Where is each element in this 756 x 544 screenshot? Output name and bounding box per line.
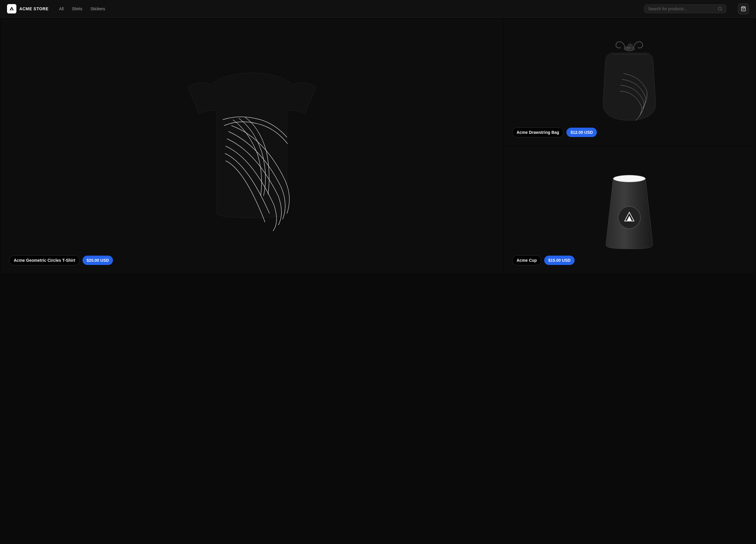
cart-icon [741, 6, 746, 11]
cup-image-area [504, 147, 755, 274]
search-icon [718, 6, 722, 11]
tshirt-illustration [182, 61, 322, 231]
acme-logo-icon [9, 6, 14, 11]
bag-name: Acme Drawstring Bag [512, 127, 563, 137]
svg-point-0 [718, 7, 721, 10]
tshirt-name: Acme Geometric Circles T-Shirt [9, 255, 80, 265]
product-card-cup[interactable]: Acme Cup $15.00 USD [504, 147, 755, 274]
navbar: ACME STORE All Shirts Stickers [0, 0, 756, 18]
tshirt-image-area [1, 19, 503, 274]
cart-button[interactable] [738, 3, 749, 14]
tshirt-price[interactable]: $20.00 USD [83, 255, 113, 265]
svg-point-8 [615, 176, 644, 181]
tshirt-label: Acme Geometric Circles T-Shirt $20.00 US… [9, 255, 113, 265]
cup-price[interactable]: $15.00 USD [544, 255, 575, 265]
brand-logo [7, 4, 16, 13]
bag-label: Acme Drawstring Bag $12.00 USD [512, 127, 597, 137]
search-bar[interactable] [644, 4, 726, 13]
brand-name: ACME STORE [19, 6, 49, 11]
brand-logo-area[interactable]: ACME STORE [7, 4, 49, 13]
product-card-bag[interactable]: ACME Acme Drawstring Bag $12.00 USD [504, 19, 755, 145]
cup-name: Acme Cup [512, 255, 541, 265]
product-card-tshirt[interactable]: Acme Geometric Circles T-Shirt $20.00 US… [1, 19, 503, 274]
svg-text:ACME: ACME [628, 47, 631, 49]
search-input[interactable] [648, 6, 715, 11]
product-grid: Acme Geometric Circles T-Shirt $20.00 US… [0, 18, 756, 275]
cup-label: Acme Cup $15.00 USD [512, 255, 575, 265]
nav-stickers[interactable]: Stickers [87, 5, 109, 13]
bag-price[interactable]: $12.00 USD [566, 128, 597, 137]
nav-all[interactable]: All [56, 5, 67, 13]
nav-links: All Shirts Stickers [56, 5, 109, 13]
cup-illustration [600, 169, 659, 251]
bag-illustration: ACME [597, 38, 661, 126]
nav-shirts[interactable]: Shirts [68, 5, 86, 13]
bag-image-area: ACME [504, 19, 755, 145]
